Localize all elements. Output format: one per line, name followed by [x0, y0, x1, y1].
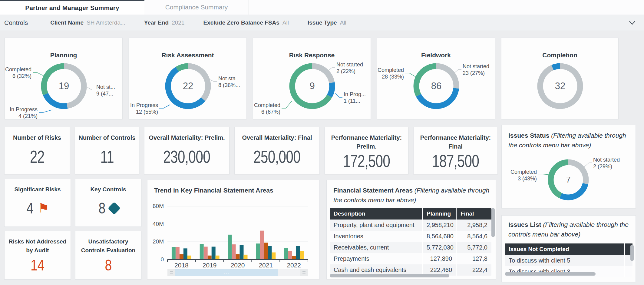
table-cell[interactable]: 127,890	[422, 253, 456, 264]
bar-green-2020[interactable]	[228, 235, 232, 260]
bar-salmon-2021[interactable]	[260, 231, 264, 260]
issues-status-donut-chart[interactable]: Not started2 (29%)Completed3 (43%)7	[502, 125, 636, 208]
slice-label: 3 (43%)	[518, 176, 537, 182]
table-cell[interactable]: 222,4	[456, 264, 491, 276]
chevron-down-icon[interactable]	[628, 19, 636, 26]
filter-year-end[interactable]: Year End2021	[144, 19, 185, 26]
col-description[interactable]: Description	[330, 208, 422, 220]
tab-partner-and-manager-summary[interactable]: Partner and Manager Summary	[0, 0, 144, 15]
bar-orange-2019[interactable]	[208, 256, 212, 260]
table-cell[interactable]: 5,772,030	[422, 242, 456, 253]
list-item[interactable]: To discuss with client 3	[505, 266, 632, 277]
controls-filter-bar: Controls Client NameSH Amsterda... Year …	[0, 15, 644, 31]
issue-text[interactable]: To discuss with client 5	[505, 255, 625, 266]
bar-orange-2020[interactable]	[236, 254, 240, 260]
donut-slice-in-progress[interactable]	[553, 66, 560, 68]
table-cell[interactable]: 8,564,680	[422, 231, 456, 242]
bar-teal-2020[interactable]	[240, 245, 244, 260]
horizontal-scrollbar-thumb[interactable]	[330, 274, 449, 277]
bar-teal-2019[interactable]	[212, 246, 216, 260]
donut-slice-in-progress[interactable]	[561, 184, 586, 197]
table-row[interactable]: Receivables, current5,772,0305,772,0	[330, 242, 491, 253]
table-row[interactable]: Prepayments127,890127,8	[330, 253, 491, 264]
list-item[interactable]: To discuss with client 5	[505, 255, 632, 266]
table-cell[interactable]: Property, plant and equipment	[330, 220, 422, 231]
slider-range[interactable]: ···	[175, 269, 278, 276]
bar-green-2019[interactable]	[200, 244, 204, 260]
issue-text[interactable]: To discuss with client 3	[505, 266, 625, 277]
table-cell[interactable]: 8,564,6	[456, 231, 491, 242]
bar-teal-2021[interactable]	[268, 246, 272, 260]
table-cell[interactable]: 5,772,0	[456, 242, 491, 253]
bar-salmon-2018[interactable]	[176, 247, 180, 260]
diamond-icon	[108, 202, 121, 215]
filter-exclude-zero-balance-fsas[interactable]: Exclude Zero Balance FSAsAll	[203, 19, 289, 26]
unsatisfactory-controls-card: Unsatisfactory Controls Evaluation 8	[75, 231, 141, 280]
table-row[interactable]: Inventories8,564,6808,564,6	[330, 231, 491, 242]
table-cell[interactable]: Prepayments	[330, 253, 422, 264]
tab-compliance-summary[interactable]: Compliance Summary	[144, 0, 249, 15]
col-issues-not-completed[interactable]: Issues Not Completed	[505, 243, 625, 255]
bar-yellow-2020[interactable]	[244, 255, 248, 260]
horizontal-scrollbar-thumb[interactable]	[505, 272, 596, 276]
kpi-title: Overall Materiality: Final	[239, 133, 315, 142]
donut-slice-completed[interactable]	[177, 66, 188, 69]
donut-slice-in-progress[interactable]	[329, 83, 332, 96]
table-cell[interactable]: Inventories	[330, 231, 422, 242]
filter-issue-type[interactable]: Issue TypeAll	[308, 19, 346, 26]
donut-center-value: 22	[183, 81, 193, 91]
trend-bar-chart[interactable]: 60M40M20M020182019202020212022	[147, 180, 320, 268]
table-row[interactable]: Property, plant and equipment2,958,2102,…	[330, 220, 491, 231]
bar-salmon-2022[interactable]	[288, 251, 292, 260]
label-connector	[39, 110, 52, 112]
table-cell[interactable]: 2,958,210	[422, 220, 456, 231]
table-cell[interactable]: 2,958,2	[456, 220, 491, 231]
bar-orange-2018[interactable]	[180, 254, 183, 260]
risk-assessment-chart-card: Risk Assessment Not sta...8 (36%...In Pr…	[129, 38, 247, 119]
bar-yellow-2022[interactable]	[300, 251, 304, 260]
donut-slice-not-started[interactable]	[568, 162, 586, 184]
bar-teal-2022[interactable]	[296, 246, 300, 260]
vertical-scrollbar-thumb[interactable]	[630, 245, 634, 261]
bar-salmon-2019[interactable]	[204, 246, 208, 260]
slice-label: Completed	[254, 102, 280, 108]
table-cell[interactable]: 127,8	[456, 253, 491, 264]
slider-left-handle[interactable]	[167, 269, 175, 276]
bar-orange-2022[interactable]	[292, 256, 296, 260]
chart-zoom-slider[interactable]: ···	[167, 269, 308, 276]
bar-yellow-2021[interactable]	[272, 253, 276, 260]
bar-salmon-2020[interactable]	[232, 244, 236, 260]
donut-slice-completed[interactable]	[551, 162, 568, 196]
overall-materiality-prelim-card: Overall Materiality: Prelim. 230,000	[144, 127, 230, 174]
bar-teal-2018[interactable]	[183, 248, 187, 260]
risk-response-chart-card: Risk Response Not started2 (22%)In Prog.…	[253, 38, 371, 119]
col-planning[interactable]: Planning	[422, 208, 456, 220]
slider-right-handle[interactable]	[300, 269, 308, 276]
donut-center-value: 32	[555, 81, 565, 91]
table-cell[interactable]: Receivables, current	[330, 242, 422, 253]
controls-label: Controls	[4, 19, 28, 26]
dashboard-page: Partner and Manager Summary Compliance S…	[0, 0, 644, 285]
significant-risks-card: Significant Risks 4⚑	[4, 179, 71, 227]
col-final[interactable]: Final	[456, 208, 491, 220]
filter-client-name[interactable]: Client NameSH Amsterda...	[50, 19, 125, 26]
slice-label: 2 (22%)	[336, 68, 355, 74]
risk-response-donut-chart[interactable]: Not started2 (22%)In Prog...1 (11...Comp…	[253, 41, 371, 119]
bar-green-2022[interactable]	[284, 248, 288, 260]
performance-materiality-prelim-card: Performance Materiality: Prelim. 172,500	[325, 127, 408, 174]
bar-yellow-2018[interactable]	[187, 256, 191, 260]
bar-orange-2021[interactable]	[264, 243, 268, 260]
completion-donut-chart[interactable]: 32	[501, 41, 619, 119]
vertical-scrollbar-thumb[interactable]	[491, 208, 495, 237]
bar-green-2021[interactable]	[256, 243, 260, 260]
slice-label: Not started	[593, 157, 620, 163]
risk-assessment-donut-chart[interactable]: Not sta...8 (36%...In Progress12 (55%)22	[129, 41, 247, 119]
donut-slice-in-progress[interactable]	[46, 94, 67, 106]
kpi-value: 22	[30, 142, 45, 174]
bar-yellow-2019[interactable]	[216, 256, 220, 260]
bar-green-2018[interactable]	[172, 247, 176, 260]
donut-slice-not-started[interactable]	[312, 66, 332, 83]
planning-donut-chart[interactable]: Not st...9 (47...In Progress4 (21%)Compl…	[5, 41, 123, 119]
fieldwork-donut-chart[interactable]: Not started23 (27%)Completed28 (33%)86	[377, 41, 495, 119]
x-axis-label: 2018	[174, 262, 189, 268]
